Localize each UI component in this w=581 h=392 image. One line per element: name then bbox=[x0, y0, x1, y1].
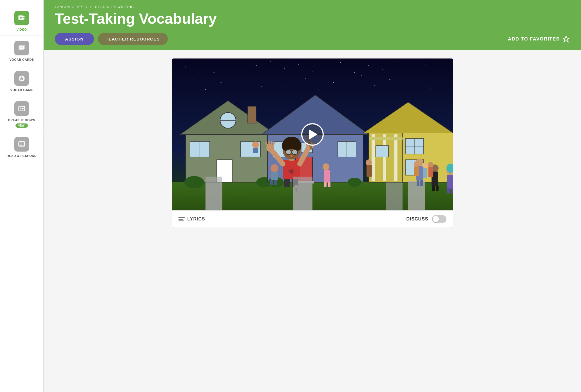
sidebar-video-label: VIDEO bbox=[17, 28, 27, 31]
svg-rect-154 bbox=[367, 165, 372, 177]
svg-point-25 bbox=[200, 64, 200, 64]
sidebar-vocabgame-label: VOCAB GAME bbox=[10, 88, 33, 92]
vocab-cards-icon bbox=[18, 44, 26, 52]
content-area: LYRICS DISCUSS bbox=[44, 50, 581, 392]
star-icon bbox=[562, 35, 570, 43]
read-respond-icon bbox=[18, 140, 26, 148]
svg-rect-106 bbox=[274, 180, 277, 185]
svg-line-4 bbox=[24, 16, 25, 16]
svg-point-147 bbox=[414, 161, 419, 167]
sidebar-vocabcards-label: VOCAB CARDS bbox=[9, 58, 34, 62]
svg-point-13 bbox=[20, 108, 22, 109]
svg-rect-150 bbox=[423, 168, 427, 178]
svg-point-51 bbox=[418, 76, 418, 77]
svg-rect-3 bbox=[23, 18, 24, 20]
lyrics-label: LYRICS bbox=[187, 217, 205, 222]
svg-rect-145 bbox=[447, 188, 450, 193]
lyrics-icon bbox=[178, 217, 185, 221]
svg-point-87 bbox=[348, 178, 362, 187]
svg-rect-137 bbox=[420, 180, 423, 186]
svg-point-56 bbox=[374, 85, 375, 85]
svg-line-125 bbox=[269, 142, 270, 145]
svg-point-48 bbox=[333, 82, 334, 83]
svg-rect-105 bbox=[270, 180, 273, 185]
svg-point-45 bbox=[249, 76, 249, 77]
svg-point-57 bbox=[430, 89, 431, 89]
read-respond-icon-bg bbox=[14, 137, 29, 152]
svg-point-54 bbox=[262, 86, 262, 87]
svg-point-27 bbox=[228, 62, 228, 63]
video-scene[interactable] bbox=[172, 58, 453, 210]
main-content: LANGUAGE ARTS > READING & WRITING Test-T… bbox=[44, 0, 581, 392]
svg-rect-131 bbox=[324, 170, 330, 183]
break-it-down-icon bbox=[18, 105, 26, 112]
svg-rect-148 bbox=[414, 166, 419, 176]
video-bottom-bar: LYRICS DISCUSS bbox=[172, 210, 453, 227]
svg-rect-133 bbox=[328, 182, 330, 187]
svg-rect-141 bbox=[436, 186, 439, 191]
breadcrumb-part2: READING & WRITING bbox=[95, 5, 134, 9]
svg-rect-158 bbox=[293, 177, 312, 210]
vocab-game-icon bbox=[18, 75, 26, 82]
video-container: LYRICS DISCUSS bbox=[172, 58, 453, 227]
discuss-label: DISCUSS bbox=[406, 217, 428, 222]
svg-point-55 bbox=[318, 91, 318, 91]
svg-point-30 bbox=[270, 61, 271, 62]
breadcrumb-part1: LANGUAGE ARTS bbox=[55, 5, 87, 9]
svg-rect-102 bbox=[253, 148, 258, 153]
assign-button[interactable]: ASSIGN bbox=[55, 33, 94, 45]
vocab-game-icon-bg bbox=[14, 71, 29, 86]
header: LANGUAGE ARTS > READING & WRITING Test-T… bbox=[44, 0, 581, 50]
break-it-down-icon-bg bbox=[14, 101, 29, 116]
svg-rect-146 bbox=[452, 188, 453, 193]
svg-point-47 bbox=[305, 78, 306, 79]
add-favorites-label: ADD TO FAVORITES bbox=[508, 36, 560, 42]
svg-rect-136 bbox=[417, 180, 419, 186]
svg-point-130 bbox=[323, 163, 329, 170]
svg-rect-92 bbox=[383, 134, 386, 181]
discuss-toggle[interactable] bbox=[432, 215, 446, 223]
svg-point-115 bbox=[294, 141, 301, 151]
svg-marker-21 bbox=[563, 36, 569, 42]
play-icon bbox=[18, 14, 26, 22]
svg-point-44 bbox=[220, 82, 221, 83]
svg-point-40 bbox=[411, 68, 411, 69]
sidebar: VIDEO VOCAB CARDS VOCAB GAME bbox=[0, 0, 44, 392]
sidebar-item-break-it-down[interactable]: BREAK IT DOWN NEW! bbox=[0, 96, 43, 132]
teacher-resources-button[interactable]: TEACHER RESOURCES bbox=[98, 33, 168, 45]
svg-point-43 bbox=[193, 78, 193, 78]
svg-point-38 bbox=[382, 69, 383, 70]
discuss-area: DISCUSS bbox=[406, 215, 446, 223]
svg-point-36 bbox=[354, 72, 355, 73]
sidebar-item-vocab-cards[interactable]: VOCAB CARDS bbox=[0, 36, 43, 66]
svg-point-33 bbox=[312, 71, 313, 71]
add-favorites-button[interactable]: ADD TO FAVORITES bbox=[508, 35, 570, 43]
breadcrumb-separator: > bbox=[90, 5, 92, 9]
svg-point-103 bbox=[271, 164, 278, 172]
svg-point-52 bbox=[446, 81, 446, 81]
svg-line-5 bbox=[24, 19, 25, 19]
svg-rect-104 bbox=[271, 172, 278, 180]
breadcrumb: LANGUAGE ARTS > READING & WRITING bbox=[55, 5, 570, 9]
svg-rect-2 bbox=[23, 16, 24, 17]
svg-rect-157 bbox=[205, 177, 222, 210]
svg-rect-99 bbox=[376, 146, 388, 157]
svg-point-29 bbox=[256, 65, 256, 66]
play-button[interactable] bbox=[301, 123, 324, 146]
svg-point-26 bbox=[213, 72, 214, 73]
page-title: Test-Taking Vocabulary bbox=[55, 11, 570, 27]
svg-point-39 bbox=[397, 61, 397, 62]
header-actions: ASSIGN TEACHER RESOURCES ADD TO FAVORITE… bbox=[55, 33, 570, 50]
sidebar-item-video[interactable]: VIDEO bbox=[0, 6, 43, 36]
svg-point-41 bbox=[424, 64, 425, 65]
lyrics-button[interactable]: LYRICS bbox=[178, 217, 205, 222]
video-icon-bg bbox=[14, 11, 29, 25]
svg-point-28 bbox=[242, 69, 242, 70]
svg-point-32 bbox=[298, 64, 299, 65]
svg-point-153 bbox=[366, 159, 372, 166]
svg-point-114 bbox=[282, 141, 290, 151]
sidebar-item-vocab-game[interactable]: VOCAB GAME bbox=[0, 66, 43, 96]
sidebar-item-read-respond[interactable]: READ & RESPOND bbox=[0, 132, 43, 162]
svg-rect-132 bbox=[324, 182, 327, 187]
svg-point-31 bbox=[284, 68, 285, 69]
